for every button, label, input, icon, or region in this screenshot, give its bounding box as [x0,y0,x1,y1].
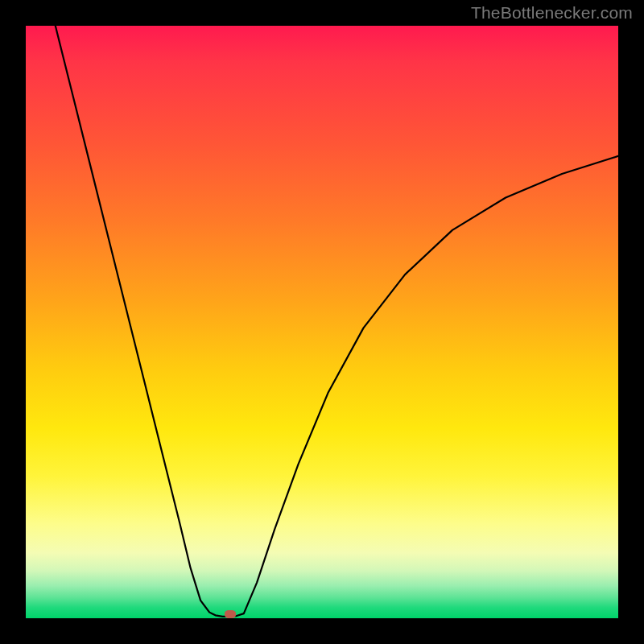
watermark-text: TheBottlenecker.com [471,3,633,23]
curve-path [56,26,618,617]
chart-frame: TheBottlenecker.com [0,0,644,644]
plot-area [26,26,618,618]
optimum-marker [225,610,236,618]
bottleneck-curve [26,26,618,618]
